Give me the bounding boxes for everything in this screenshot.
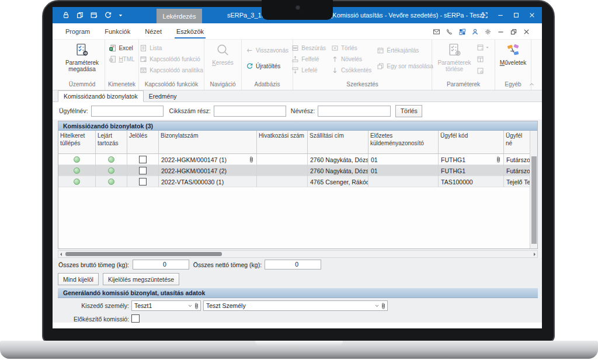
ribbon-group-szerkesztés: BeszúrásFelfeléLefeléTörlésNövelésCsökke…: [293, 40, 432, 90]
delete-icon: [331, 44, 339, 52]
credit-ok-status-icon: [74, 167, 80, 174]
ribbon-collapse-icon[interactable]: [529, 81, 535, 88]
documents-grid: Komissiózandó bizonylatok (3) Hitelkeret…: [58, 121, 538, 249]
grid-vertical-scrollbar[interactable]: [530, 131, 537, 249]
table-cell: [96, 154, 127, 165]
ribbon-button-keresés[interactable]: Keresés: [206, 41, 239, 81]
hscroll-thumb[interactable]: [65, 252, 222, 256]
chevron-down-icon: [188, 304, 192, 307]
close-icon[interactable]: [523, 28, 530, 36]
minimize-icon[interactable]: [497, 12, 504, 19]
ribbon-button-paraméterek-megadása[interactable]: Paraméterek megadása: [65, 41, 99, 81]
table-row[interactable]: 2022-HGKM/000147 (2)2760 Nagykáta, Dózsa…: [58, 165, 530, 176]
totals-row: Összes bruttó tömeg (kg): 0 Összes nettó…: [58, 260, 321, 270]
maximize-icon[interactable]: [513, 12, 520, 19]
menu-eszkozok[interactable]: Eszközök: [176, 27, 204, 36]
caret-down-icon: [485, 46, 489, 50]
menu-funkciok[interactable]: Funkciók: [104, 27, 131, 36]
tab-komissiozando-bizonylatok[interactable]: Komissiózandó bizonylatok: [58, 90, 144, 102]
table-row[interactable]: 2022-HGKM/000147 (1)2760 Nagykáta, Dózsa…: [58, 154, 530, 165]
row-select-checkbox[interactable]: [139, 156, 147, 163]
column-header-1[interactable]: Hitelkeret túllépés: [58, 131, 96, 153]
tab-eredmeny[interactable]: Eredmény: [144, 91, 182, 102]
clear-filters-button[interactable]: Törlés: [395, 105, 422, 117]
grid-vscroll-thumb[interactable]: [531, 156, 537, 244]
ribbon-button-paraméterek-törlése[interactable]: Paraméterek törlése: [437, 41, 471, 81]
ribbon-button-felfelé[interactable]: Felfelé: [291, 55, 326, 63]
column-header-7[interactable]: Előzetes küldeményazonosító: [368, 131, 439, 153]
ribbon-button-lefelé[interactable]: Lefelé: [291, 66, 326, 74]
hscroll-right-arrow[interactable]: [534, 253, 536, 256]
picker-person-name-value: Teszt Személy: [206, 302, 246, 309]
ribbon-group-caption: Adatbázis: [244, 81, 291, 90]
ribbon-button-excel[interactable]: Excel: [109, 44, 134, 52]
paperclip-icon: [194, 302, 199, 310]
ribbon-button-lista[interactable]: Lista: [140, 44, 203, 52]
column-header-2[interactable]: Lejárt tartozás: [96, 131, 127, 153]
panel-gear-icon: [477, 67, 484, 75]
ribbon-small-icon-button[interactable]: [477, 55, 489, 63]
column-header-6[interactable]: Szállítási cím: [308, 131, 368, 153]
item-filter-input[interactable]: [214, 106, 286, 117]
table-cell: [127, 176, 159, 187]
picker-person-name-dropdown[interactable]: Teszt Személy: [203, 300, 388, 311]
picker-person-code-dropdown[interactable]: Teszt1: [131, 300, 201, 311]
hscroll-left-arrow[interactable]: [60, 253, 62, 256]
customer-filter-input[interactable]: [91, 106, 164, 117]
prep-komissio-checkbox[interactable]: [131, 314, 140, 323]
refresh-icon[interactable]: [104, 11, 112, 19]
lock-icon[interactable]: [62, 11, 70, 19]
column-header-9[interactable]: Ügyfél né: [504, 131, 531, 153]
table-row[interactable]: 2022-VTAS/000030 (1)4765 Csenger, Rákócz…: [58, 176, 530, 187]
ribbon-button-visszavonás[interactable]: Visszavonás: [246, 46, 288, 54]
caret-down-icon[interactable]: [118, 13, 123, 18]
modules-icon[interactable]: [458, 28, 466, 36]
column-header-5[interactable]: Hivatkozási szám: [257, 131, 308, 153]
menu-nezet[interactable]: Nézet: [144, 27, 162, 36]
ribbon-button-értékajánlás[interactable]: Értékajánlás: [377, 46, 433, 54]
gross-weight-value: 0: [133, 260, 189, 270]
select-all-button[interactable]: Mind kijelöl: [58, 273, 99, 285]
focus-icon[interactable]: [481, 12, 488, 19]
customer-code: FUTHG1: [441, 156, 465, 163]
ribbon-button-egy-sor-másolása[interactable]: Egy sor másolása: [377, 62, 433, 70]
ribbon-group-adatbázis: VisszavonásÚjratöltésAdatbázis: [242, 40, 293, 90]
column-header-8[interactable]: Ügyfél kód: [439, 131, 504, 153]
window-edit-icon[interactable]: [90, 11, 98, 19]
grid-horizontal-scrollbar[interactable]: [58, 250, 538, 258]
row-select-checkbox[interactable]: [139, 167, 147, 174]
params-setup-icon: [75, 43, 89, 57]
net-weight-label: Összes nettó tömeg (kg):: [193, 261, 262, 268]
row-select-checkbox[interactable]: [139, 178, 147, 186]
ribbon-group-caption: Egyéb: [497, 81, 529, 90]
copy-icon[interactable]: [76, 11, 84, 19]
ribbon-button-műveletek[interactable]: Műveletek: [497, 41, 529, 81]
restore-icon[interactable]: [510, 28, 517, 36]
ribbon-small-icon-button[interactable]: [477, 67, 489, 75]
ribbon-group-kapcsolódó-funkciók: ListaKapcsolódó funkcióKapcsolódó analit…: [139, 40, 204, 90]
ribbon-button-újratöltés[interactable]: Újratöltés: [246, 62, 288, 70]
column-header-4[interactable]: Bizonylatszám: [159, 131, 257, 153]
ribbon-button-növelés[interactable]: Növelés: [331, 55, 371, 63]
ribbon-button-kapcsolódó-analitika[interactable]: Kapcsolódó analitika: [140, 66, 203, 74]
picker-person-label: Kiszedő személy:: [54, 302, 129, 309]
table-cell: 2022-VTAS/000030 (1): [159, 176, 257, 187]
ribbon-button-törlés[interactable]: Törlés: [331, 44, 371, 52]
phone-icon[interactable]: [446, 28, 453, 36]
user-icon[interactable]: [471, 28, 479, 36]
column-header-3[interactable]: Jelölés: [127, 131, 159, 153]
gear-icon[interactable]: [484, 28, 492, 36]
minimize-icon[interactable]: [497, 28, 505, 36]
ribbon-button-beszúrás[interactable]: Beszúrás: [291, 44, 326, 52]
ribbon-small-icon-button[interactable]: [477, 44, 489, 51]
ribbon-group-kimenetek: ExcelHTMLKimenetek: [105, 40, 139, 90]
ribbon-button-kapcsolódó-funkció[interactable]: Kapcsolódó funkció: [140, 55, 203, 63]
close-icon[interactable]: [529, 12, 536, 19]
name-filter-input[interactable]: [318, 106, 391, 117]
deselect-button[interactable]: Kijelölés megszüntetése: [103, 273, 179, 285]
ribbon-button-html[interactable]: HTML: [109, 55, 134, 63]
titlebar-query-tab[interactable]: Lekérdezés: [157, 9, 202, 23]
mail-icon[interactable]: [433, 28, 440, 36]
menu-program[interactable]: Program: [65, 27, 91, 36]
ribbon-button-csökkentés[interactable]: Csökkentés: [331, 66, 371, 74]
